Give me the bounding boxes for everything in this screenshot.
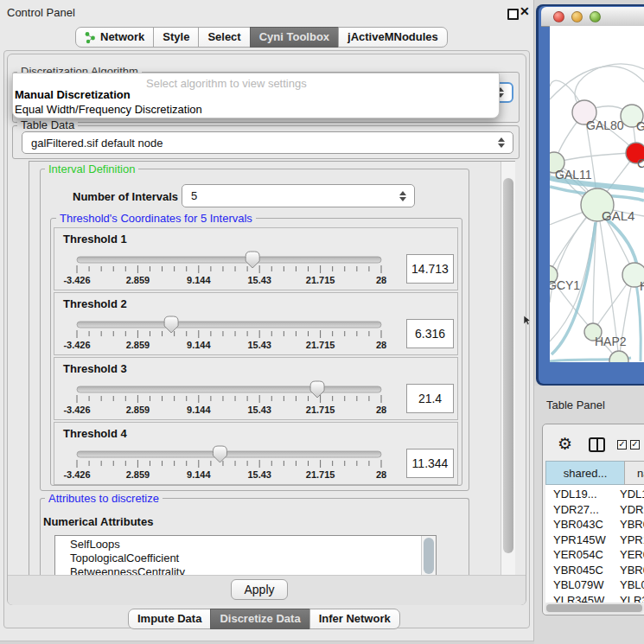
tab-discretize-data[interactable]: Discretize Data [210, 609, 309, 629]
threshold-label: Threshold 3 [63, 362, 127, 375]
algorithm-dropdown-popup: Select algorithm to view settings Manual… [12, 73, 500, 118]
threshold-slider[interactable]: -3.4262.8599.14415.4321.71528 [54, 443, 459, 483]
table-cell-shared-name[interactable]: YBR043C [553, 518, 603, 531]
tab-label: Infer Network [319, 609, 391, 628]
table-data-combo[interactable]: galFiltered.sif default node [22, 131, 513, 154]
vertical-scrollbar[interactable] [501, 162, 515, 576]
network-node-label: GAL80 [586, 118, 624, 132]
tab-cyni-toolbox[interactable]: Cyni Toolbox [250, 27, 339, 48]
tab-label: Network [100, 28, 144, 47]
table-cell-shared-name[interactable]: YER054C [553, 548, 603, 561]
tab-label: Discretize Data [220, 609, 300, 628]
slider-thumb[interactable] [310, 381, 324, 398]
threshold-row: Threshold 3-3.4262.8599.14415.4321.71528… [54, 357, 458, 420]
svg-text:9.144: 9.144 [187, 405, 211, 415]
tab-infer-network[interactable]: Infer Network [309, 609, 400, 629]
network-graph: GAL80GACGAL11GAL4GCY1HHAP2 [550, 26, 644, 362]
threshold-slider[interactable]: -3.4262.8599.14415.4321.71528 [54, 249, 459, 289]
threshold-slider[interactable]: -3.4262.8599.14415.4321.71528 [54, 379, 459, 418]
tab-style[interactable]: Style [153, 27, 199, 48]
interval-definition-title: Interval Definition [45, 163, 138, 175]
tab-label: jActiveMNodules [348, 28, 438, 47]
svg-text:15.43: 15.43 [247, 469, 271, 480]
checkbox-checked-icon[interactable]: ✓ [617, 440, 627, 450]
table-cell-name[interactable]: YBR0 [620, 518, 644, 531]
list-scrollbar-thumb[interactable] [424, 538, 434, 574]
svg-text:28: 28 [376, 340, 386, 350]
table-cell-name[interactable]: YBR0 [620, 564, 644, 577]
tab-network[interactable]: Network [75, 27, 154, 48]
svg-text:2.859: 2.859 [126, 405, 150, 415]
tab-select[interactable]: Select [198, 27, 250, 48]
svg-text:15.43: 15.43 [247, 340, 271, 350]
numerical-attributes-list[interactable]: SelfLoopsTopologicalCoefficientBetweenne… [54, 535, 437, 576]
bottom-tab-bar: Impute DataDiscretize DataInfer Network [128, 609, 400, 628]
svg-text:2.859: 2.859 [126, 275, 150, 285]
table-panel-title: Table Panel [546, 399, 605, 411]
number-of-intervals-label: Number of Intervals [73, 190, 178, 203]
list-item[interactable]: TopologicalCoefficient [70, 552, 179, 564]
dropdown-item-manual-discretization[interactable]: Manual Discretization [15, 88, 131, 101]
close-traffic-light-icon[interactable] [553, 11, 564, 22]
threshold-value-field[interactable]: 14.713 [406, 254, 454, 284]
apply-button[interactable]: Apply [231, 579, 288, 600]
split-columns-icon[interactable] [589, 437, 605, 452]
float-window-icon[interactable] [507, 9, 519, 20]
table-cell-name[interactable]: YPR1 [620, 533, 644, 546]
svg-text:15.43: 15.43 [247, 405, 271, 415]
table-cell-name[interactable]: YDL1 [620, 488, 644, 501]
window-title: Control Panel [7, 6, 75, 19]
dropdown-prompt: Select algorithm to view settings [146, 77, 307, 90]
tab-jactivemnodules[interactable]: jActiveMNodules [338, 27, 448, 48]
threshold-slider[interactable]: -3.4262.8599.14415.4321.71528 [54, 314, 459, 354]
horizontal-scrollbar-thumb[interactable] [546, 604, 642, 612]
table-rows[interactable]: YDL19...YDL1YDR27...YDR2YBR043CYBR0YPR14… [545, 485, 644, 603]
svg-text:28: 28 [376, 469, 386, 480]
network-canvas[interactable]: GAL80GACGAL11GAL4GCY1HHAP2 [550, 26, 644, 362]
numerical-attributes-label: Numerical Attributes [43, 515, 153, 528]
network-window-titlebar[interactable] [541, 7, 644, 27]
network-node-label: GAL11 [555, 168, 592, 182]
network-icon [85, 31, 96, 44]
list-item[interactable]: SelfLoops [70, 538, 120, 551]
table-cell-name[interactable]: YDR2 [620, 503, 644, 516]
svg-text:9.144: 9.144 [187, 275, 211, 285]
table-cell-name[interactable]: YBL0 [620, 578, 644, 591]
table-column-header-name[interactable]: na [624, 461, 644, 485]
vertical-scrollbar-thumb[interactable] [503, 178, 513, 553]
minimize-traffic-light-icon[interactable] [571, 11, 583, 22]
table-column-header-shared-name[interactable]: shared... [545, 461, 625, 485]
mouse-cursor [524, 316, 532, 326]
table-cell-name[interactable]: YER0 [620, 548, 644, 561]
table-cell-shared-name[interactable]: YBL079W [553, 578, 604, 591]
svg-text:21.715: 21.715 [306, 275, 335, 285]
zoom-traffic-light-icon[interactable] [590, 11, 601, 22]
table-cell-shared-name[interactable]: YLR345W [553, 594, 604, 603]
threshold-value-field[interactable]: 11.344 [406, 449, 454, 478]
slider-thumb[interactable] [164, 316, 178, 333]
threshold-value-field[interactable]: 6.316 [406, 319, 454, 348]
slider-thumb[interactable] [213, 446, 226, 462]
close-icon[interactable]: ✕ [520, 4, 530, 18]
dropdown-item-equal-width[interactable]: Equal Width/Frequency Discretization [15, 103, 202, 116]
threshold-value-field[interactable]: 21.4 [406, 384, 454, 413]
threshold-label: Threshold 1 [63, 233, 127, 245]
table-cell-shared-name[interactable]: YBR045C [553, 564, 603, 577]
svg-text:21.715: 21.715 [306, 340, 335, 350]
gear-icon[interactable]: ⚙ [558, 436, 572, 452]
table-data-combo-value: galFiltered.sif default node [31, 137, 163, 150]
svg-text:21.715: 21.715 [306, 469, 335, 480]
slider-thumb[interactable] [245, 252, 259, 268]
number-of-intervals-combo[interactable]: 5 [182, 184, 415, 207]
table-cell-shared-name[interactable]: YPR145W [553, 533, 606, 546]
svg-text:2.859: 2.859 [126, 340, 150, 350]
tab-label: Select [207, 28, 240, 47]
table-cell-shared-name[interactable]: YDR27... [553, 503, 599, 516]
table-cell-shared-name[interactable]: YDL19... [553, 488, 597, 501]
tab-impute-data[interactable]: Impute Data [128, 609, 211, 629]
network-node-label: GCY1 [550, 278, 580, 292]
table-cell-name[interactable]: YLR3 [620, 594, 644, 603]
tab-label: Impute Data [137, 609, 201, 628]
table-data-group-title: Table Data [17, 119, 78, 131]
checkbox-checked-icon[interactable]: ✓ [630, 440, 640, 450]
